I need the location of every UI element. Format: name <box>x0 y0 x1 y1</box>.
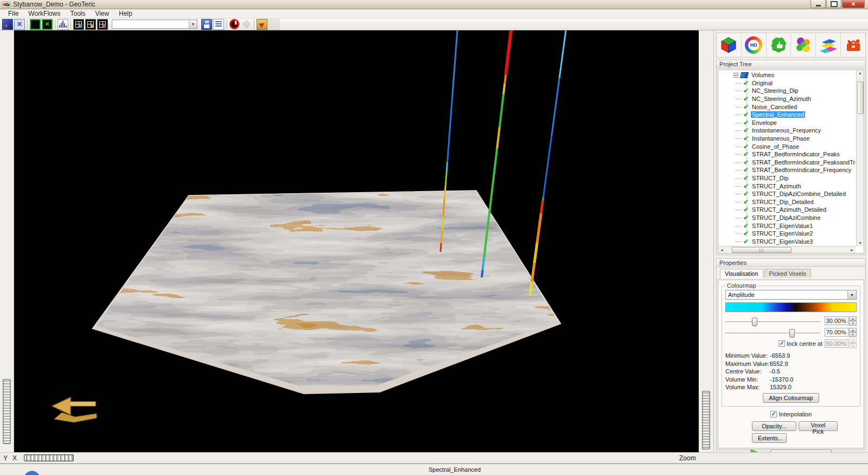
pick-mode-icon[interactable] <box>257 19 267 30</box>
tree-item[interactable]: ✔STRUCT_Azimuth <box>718 182 856 190</box>
geobody-icon[interactable] <box>791 33 816 57</box>
tree-item[interactable]: ✔STRUCT_EigenValue2 <box>718 230 856 238</box>
viewport-layout-quad-icon[interactable] <box>97 19 108 30</box>
close-button[interactable] <box>842 0 865 8</box>
zoom-label[interactable]: Zoom <box>679 454 696 462</box>
save-session-icon[interactable] <box>201 19 212 30</box>
rotate-y-thumbwheel[interactable] <box>24 454 74 461</box>
axis-x-label[interactable]: X <box>12 454 17 462</box>
tree-item[interactable]: ✔NC_Steering_Dip <box>718 87 856 95</box>
tree-item[interactable]: ✔STRUCT_DipAziCombine <box>718 214 856 222</box>
tree-item[interactable]: ✔STRUCT_Dip <box>718 174 856 182</box>
tab-visualisation[interactable]: Visualisation <box>720 269 763 278</box>
dolly-thumbwheel[interactable] <box>702 391 710 449</box>
horizons-icon[interactable] <box>816 33 841 57</box>
tree-item-label[interactable]: STRUCT_Dip_Detailed <box>751 199 815 205</box>
toolbox-icon[interactable] <box>841 33 865 57</box>
interpolation-checkbox[interactable] <box>770 411 777 417</box>
tree-item-label[interactable]: NC_Steering_Dip <box>751 87 800 94</box>
tree-item[interactable]: ✔STRUCT_EigenValue3 <box>718 237 856 245</box>
power-icon[interactable] <box>229 19 240 30</box>
session-details-icon[interactable] <box>213 19 224 30</box>
tree-item[interactable]: ✔STRUCT_Dip_Detailed <box>718 198 856 206</box>
tree-item-label[interactable]: STRUCT_Azimuth <box>751 183 802 189</box>
lower-percent-field[interactable]: 70.00% <box>825 328 848 337</box>
workflow-combobox[interactable]: ▼ <box>112 20 197 29</box>
tree-item[interactable]: ✔Instantaneous_Phase <box>718 135 856 143</box>
tree-item-label[interactable]: Original <box>751 80 774 86</box>
menu-help[interactable]: Help <box>114 9 137 18</box>
tree-item[interactable]: Volumes <box>718 71 856 79</box>
visible-check-icon[interactable]: ✔ <box>743 112 749 117</box>
tree-item-label[interactable]: Cosine_of_Phase <box>751 143 800 150</box>
upper-slider-thumb[interactable] <box>752 318 757 326</box>
combo-dropdown-icon[interactable]: ▼ <box>189 20 197 28</box>
lower-slider-thumb[interactable] <box>789 329 795 338</box>
visible-check-icon[interactable]: ✔ <box>743 128 749 133</box>
align-colourmap-button[interactable]: Align Colourmap <box>763 393 819 403</box>
visible-check-icon[interactable]: ✔ <box>743 207 749 212</box>
tree-item-label[interactable]: STRAT_BedformIndicator_PeaksandTroughs <box>751 159 856 166</box>
map-view-icon[interactable] <box>30 19 41 30</box>
visible-check-icon[interactable]: ✔ <box>743 223 749 229</box>
visible-check-icon[interactable]: ✔ <box>743 104 749 110</box>
menu-workflows[interactable]: WorkFlows <box>23 9 65 18</box>
restore-button[interactable] <box>826 0 841 8</box>
lower-spinner[interactable]: ▲▼ <box>849 328 857 337</box>
arbitrary-line-view-icon[interactable] <box>14 19 25 30</box>
visible-check-icon[interactable]: ✔ <box>743 144 749 149</box>
menu-view[interactable]: View <box>90 9 114 18</box>
minimize-button[interactable] <box>810 0 826 8</box>
tree-item[interactable]: ✔STRUCT_DipAziCombine_Detailed <box>718 190 856 198</box>
validate-icon[interactable] <box>767 33 792 57</box>
tree-collapse-icon[interactable] <box>733 73 738 78</box>
tree-item-label[interactable]: Instantaneous_Frequency <box>751 127 822 134</box>
tree-item-label[interactable]: STRUCT_Dip <box>751 175 789 181</box>
tree-item[interactable]: ✔Noise_Cancelled <box>718 103 856 111</box>
visible-check-icon[interactable]: ✔ <box>743 151 749 157</box>
extents-button[interactable]: Extents... <box>752 433 787 443</box>
tree-item-label[interactable]: NC_Steering_Azimuth <box>751 96 812 102</box>
tree-item-label[interactable]: Noise_Cancelled <box>751 104 798 110</box>
visible-check-icon[interactable]: ✔ <box>743 199 749 205</box>
scroll-left-icon[interactable]: ◄ <box>718 247 725 253</box>
tree-hscroll-thumb[interactable]: ||| <box>732 247 792 253</box>
viewport-layout-single-icon[interactable] <box>73 19 84 30</box>
tree-item-label[interactable]: STRUCT_Azimuth_Detailed <box>751 206 827 213</box>
scene-view-icon[interactable] <box>2 19 13 30</box>
tree-item[interactable]: ✔Spectral_Enhanced <box>718 111 856 119</box>
visible-check-icon[interactable]: ✔ <box>743 88 749 93</box>
upper-spinner[interactable]: ▲▼ <box>849 316 857 326</box>
rotate-x-thumbwheel[interactable] <box>3 379 11 444</box>
tree-horizontal-scrollbar[interactable]: ◄ ||| ► <box>718 246 856 253</box>
title-bar[interactable]: Stybarrow_Demo - GeoTeric <box>0 0 868 9</box>
tree-item-label[interactable]: Volumes <box>750 72 775 78</box>
volume-cube-icon[interactable] <box>717 33 742 57</box>
visible-check-icon[interactable]: ✔ <box>743 167 749 173</box>
scroll-down-icon[interactable]: ▼ <box>857 240 864 246</box>
windows-start-orb[interactable] <box>24 471 40 475</box>
colourmap-select[interactable]: Amplitude ▼ <box>725 290 857 300</box>
tree-item[interactable]: ✔STRUCT_EigenValue1 <box>718 221 856 230</box>
tree-item-label[interactable]: STRUCT_EigenValue2 <box>751 230 814 237</box>
3d-viewport[interactable] <box>14 30 699 452</box>
visible-check-icon[interactable]: ✔ <box>743 239 749 244</box>
voxel-pick-button[interactable]: Voxel Pick <box>799 421 838 431</box>
axis-y-label[interactable]: Y <box>3 454 8 462</box>
tree-item-label[interactable]: STRAT_BedformIndicator_Frequency <box>751 167 852 173</box>
upper-percent-field[interactable]: 30.00% <box>825 316 848 325</box>
tree-item[interactable]: ✔Original <box>718 79 856 87</box>
tree-item[interactable]: ✔Cosine_of_Phase <box>718 142 856 150</box>
histogram-view-icon[interactable] <box>58 19 68 30</box>
visible-check-icon[interactable]: ✔ <box>743 80 749 86</box>
tree-item-label[interactable]: STRUCT_EigenValue3 <box>751 238 814 245</box>
tree-item-label[interactable]: STRUCT_DipAziCombine_Detailed <box>751 191 847 197</box>
tree-vertical-scrollbar[interactable]: ▲ ▼ <box>856 70 864 246</box>
tree-item[interactable]: ✔Instantaneous_Frequency <box>718 126 856 135</box>
scroll-up-icon[interactable]: ▲ <box>857 70 864 76</box>
tree-item-label[interactable]: Spectral_Enhanced <box>751 111 805 118</box>
visible-check-icon[interactable]: ✔ <box>743 136 749 141</box>
menu-tools[interactable]: Tools <box>65 9 90 18</box>
tab-picked-voxels[interactable]: Picked Voxels <box>764 269 811 278</box>
opacity-button[interactable]: Opacity... <box>752 421 796 431</box>
